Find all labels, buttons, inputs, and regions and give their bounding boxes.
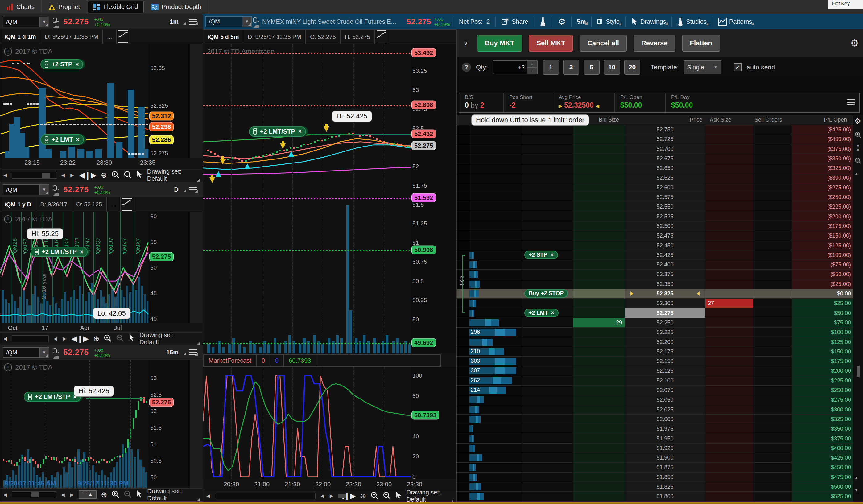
price-cell[interactable]: 52.625 [625,173,705,182]
ladder-row[interactable]: 51.800$525.00 [457,492,853,501]
help-icon[interactable]: ? [462,63,471,72]
bid-depth-cell[interactable] [470,163,523,173]
sell-mkt-button[interactable]: Sell MKT [529,35,573,51]
qty-preset-button[interactable]: 20 [624,60,640,75]
reverse-button[interactable]: Reverse [634,35,675,51]
auto-send-checkbox[interactable]: ✓ [734,63,742,71]
scroll-up-icon[interactable]: ▲ [854,171,858,176]
ask-size-cell[interactable] [705,163,753,173]
sell-order-cell[interactable] [753,144,792,154]
ladder-row[interactable]: 52.375($50.00) [457,269,853,279]
order-pill[interactable]: Buy +2 STOP [524,289,568,298]
ladder-row[interactable]: 52.600($275.00) [457,183,853,192]
pointer-icon[interactable] [136,171,143,180]
sell-order-cell[interactable] [753,212,792,221]
price-cell[interactable]: 52.250 [625,318,705,327]
scrollbar-handle[interactable] [42,173,50,178]
bid-depth-cell[interactable] [470,415,523,424]
sell-order-cell[interactable] [753,192,792,202]
price-cell[interactable]: 52.000 [625,415,705,424]
crosshair-icon[interactable]: ⊕ [101,491,107,499]
bid-depth-cell[interactable] [470,338,523,347]
buy-order-cell[interactable] [523,453,573,462]
bid-depth-cell[interactable]: 210 [470,347,523,356]
price-cell[interactable]: 52.150 [625,356,705,366]
buy-order-cell[interactable] [523,338,573,347]
price-cell[interactable]: 52.525 [625,212,705,221]
pan-icon[interactable]: ◀❙▶ [79,172,97,179]
tab-product-depth[interactable]: Product Depth [145,0,208,14]
buy-order-cell[interactable] [523,241,573,250]
tab-prophet[interactable]: Prophet [42,0,87,14]
link-icon[interactable] [252,17,258,26]
panel1-symbol-dropdown[interactable]: ▼ [39,17,49,27]
step-right-icon[interactable]: ▶ [70,173,75,178]
bid-size-cell[interactable] [573,222,625,231]
bid-depth-cell[interactable]: 296 [470,328,523,337]
ladder-zoom-out-icon[interactable] [854,157,862,166]
bid-depth-cell[interactable] [470,241,523,250]
sell-order-cell[interactable] [753,222,792,231]
ask-size-cell[interactable] [705,347,753,356]
price-cell[interactable]: 52.450 [625,241,705,250]
bid-size-cell[interactable] [573,463,625,472]
bid-depth-cell[interactable] [470,183,523,192]
ask-size-cell[interactable] [705,405,753,414]
bid-size-cell[interactable] [573,269,625,279]
ask-size-cell[interactable] [705,250,753,260]
panel2-menu-icon[interactable] [189,186,198,193]
sell-order-cell[interactable] [753,424,792,433]
ladder-row[interactable]: 52.450($125.00) [457,241,853,250]
zoom-out-icon[interactable] [124,171,132,180]
panel1-link-icon[interactable] [51,17,58,26]
order-pill[interactable]: +2 LMT× [524,309,559,317]
buy-order-cell[interactable]: +2 STP× [523,250,573,260]
bid-size-cell[interactable] [573,299,625,308]
bid-size-cell[interactable] [573,405,625,414]
sell-order-cell[interactable] [753,347,792,356]
price-cell[interactable]: 52.700 [625,144,705,154]
bid-size-cell[interactable] [573,415,625,424]
buy-order-cell[interactable] [523,424,573,433]
sell-order-cell[interactable] [753,250,792,260]
buy-order-cell[interactable] [523,482,573,491]
panel3-plot[interactable]: !2017 © TDA Hi: 52.425 +2 LMT/STP× 9/20/… [0,360,148,488]
sell-order-cell[interactable] [753,231,792,240]
bid-depth-cell[interactable] [470,269,523,279]
bid-size-cell[interactable] [573,338,625,347]
ask-size-cell[interactable] [705,279,753,289]
sell-order-cell[interactable] [753,279,792,289]
ask-size-cell[interactable] [705,376,753,385]
ladder-row[interactable]: 52.400($75.00) [457,260,853,269]
ladder-row[interactable]: 21452.075$250.00 [457,386,853,395]
ask-size-cell[interactable] [705,125,753,134]
price-cell[interactable]: 52.600 [625,183,705,192]
increment-button[interactable]: + [527,61,537,67]
bid-size-cell[interactable] [573,163,625,173]
panel2-symbol-combo[interactable]: /QM ▼ [3,185,49,195]
ladder-row[interactable]: 51.900$425.00 [457,453,853,463]
studies-button[interactable]: Studies [675,17,709,26]
bid-depth-cell[interactable] [470,231,523,240]
step-right-icon[interactable]: ▶ [62,336,67,341]
bid-depth-cell[interactable] [470,424,523,433]
ask-size-cell[interactable] [705,241,753,250]
panel1-plot[interactable]: !2017 © TDA +2 STP× +2 LMT× [0,45,148,158]
ask-size-cell[interactable] [705,173,753,182]
price-cell[interactable]: 51.975 [625,424,705,433]
buy-order-cell[interactable] [523,154,573,163]
panel3-link-icon[interactable] [51,348,58,357]
buy-order-cell[interactable] [523,144,573,154]
sell-order-cell[interactable] [753,260,792,269]
buy-order-cell[interactable] [523,125,573,134]
buy-order-cell[interactable] [523,473,573,482]
ask-size-cell[interactable] [705,386,753,395]
chart-settings-icon[interactable] [121,197,134,212]
ladder-row[interactable]: 51.875$450.00 [457,463,853,472]
price-cell[interactable]: 52.075 [625,386,705,395]
bid-size-cell[interactable] [573,154,625,163]
price-cell[interactable]: 52.050 [625,395,705,404]
bid-depth-cell[interactable]: 214 [470,386,523,395]
main-symbol-combo[interactable]: /QM ▼ [205,16,252,27]
sell-order-cell[interactable] [753,241,792,250]
